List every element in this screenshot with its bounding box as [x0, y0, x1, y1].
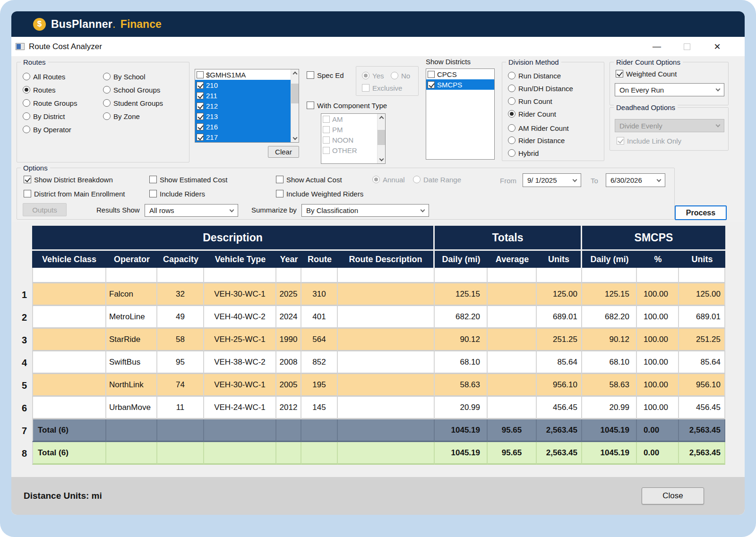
route-list-item[interactable]: 212 — [195, 101, 291, 111]
col-header: Average — [488, 255, 537, 264]
close-button[interactable]: Close — [642, 487, 704, 504]
component-scrollbar[interactable] — [377, 114, 385, 163]
scroll-up-icon[interactable] — [378, 114, 385, 121]
show-district-breakdown-checkbox[interactable]: Show District Breakdown — [24, 175, 113, 184]
outputs-button[interactable]: Outputs — [23, 203, 67, 216]
show-estimated-cost-checkbox[interactable]: Show Estimated Cost — [149, 175, 227, 184]
run-frequency-select[interactable]: On Every Run — [615, 83, 724, 96]
radio-run-count[interactable]: Run Count — [508, 96, 552, 106]
radio-all-routes[interactable]: All Routes — [23, 72, 65, 81]
scroll-down-icon[interactable] — [291, 135, 299, 142]
radio-am-rider-count[interactable]: AM Rider Count — [508, 123, 569, 133]
clear-button[interactable]: Clear — [268, 146, 299, 158]
include-riders-checkbox[interactable]: Include Riders — [149, 189, 205, 198]
cell — [276, 268, 301, 283]
route-list-item[interactable]: 216 — [195, 121, 291, 132]
radio-by-operator[interactable]: By Operator — [23, 125, 71, 134]
scroll-down-icon[interactable] — [378, 156, 385, 163]
include-link-only-checkbox[interactable]: Include Link Only — [617, 136, 681, 145]
radio-by-zone[interactable]: By Zone — [103, 111, 140, 121]
deadhead-divide-select[interactable]: Divide Evenly — [615, 119, 724, 132]
checkbox-icon[interactable] — [197, 134, 204, 141]
from-date-picker[interactable]: 9/ 1/2025 — [523, 173, 581, 187]
district-from-main-enrollment-checkbox[interactable]: District from Main Enrollment — [24, 189, 125, 198]
date-range-radio[interactable]: Date Range — [413, 175, 461, 184]
table-row[interactable]: 8Total (6)1045.1995.652,563.451045.190.0… — [17, 442, 745, 465]
scroll-up-icon[interactable] — [291, 69, 299, 77]
annual-radio[interactable]: Annual — [372, 175, 405, 184]
radio-rider-count[interactable]: Rider Count — [508, 109, 556, 119]
cell: 49 — [157, 306, 204, 329]
scrollbar-thumb[interactable] — [291, 84, 299, 103]
radio-rider-distance[interactable]: Rider Distance — [508, 136, 565, 145]
show-actual-cost-checkbox[interactable]: Show Actual Cost — [276, 175, 342, 184]
component-item[interactable]: NOON — [321, 135, 377, 145]
cell: 100.00 — [637, 283, 679, 306]
component-item[interactable]: AM — [321, 114, 377, 124]
spec-ed-no-radio[interactable]: No — [391, 71, 410, 80]
checkbox-icon[interactable] — [197, 113, 204, 120]
radio-run-dh-distance[interactable]: Run/DH Distance — [508, 84, 573, 93]
row-number — [17, 268, 32, 283]
close-window-button[interactable]: ✕ — [702, 37, 732, 56]
cell: 956.10 — [537, 374, 582, 397]
radio-route-groups[interactable]: Route Groups — [23, 98, 77, 108]
summarize-by-select[interactable]: By Classification — [301, 204, 429, 217]
table-row[interactable]: 4SwiftBus95VEH-38-WC-2200885268.1085.646… — [17, 351, 745, 374]
checkbox-label: District from Main Enrollment — [34, 190, 125, 198]
cell — [338, 351, 435, 374]
scrollbar-track[interactable] — [291, 77, 299, 135]
radio-student-groups[interactable]: Student Groups — [103, 98, 163, 108]
table-row[interactable]: 2MetroLine49VEH-40-WC-22024401682.20689.… — [17, 306, 745, 329]
district-item-smcps[interactable]: SMCPS — [426, 79, 494, 90]
cell: 74 — [157, 374, 204, 397]
checkbox-icon[interactable] — [428, 71, 435, 78]
checkbox-icon[interactable] — [197, 71, 204, 78]
scrollbar-thumb[interactable] — [378, 130, 385, 145]
checkbox-icon[interactable] — [197, 123, 204, 130]
spec-ed-checkbox[interactable]: Spec Ed — [307, 70, 344, 80]
weighted-count-checkbox[interactable]: Weighted Count — [616, 69, 677, 78]
radio-by-district[interactable]: By District — [23, 111, 65, 121]
to-date-picker[interactable]: 6/30/2026 — [606, 173, 665, 187]
radio-routes[interactable]: Routes — [23, 85, 56, 94]
radio-by-school[interactable]: By School — [103, 72, 146, 81]
route-list-item[interactable]: 210 — [195, 80, 291, 90]
component-item[interactable]: PM — [321, 124, 377, 135]
radio-school-groups[interactable]: School Groups — [103, 85, 160, 94]
table-row[interactable]: 3StarRide58VEH-25-WC-1199056490.12251.25… — [17, 329, 745, 351]
minimize-button[interactable]: — — [642, 37, 672, 56]
checkbox-icon[interactable] — [428, 81, 435, 88]
checkbox-icon[interactable] — [197, 102, 204, 110]
routes-scrollbar[interactable] — [291, 69, 299, 142]
radio-run-distance[interactable]: Run Distance — [508, 71, 561, 80]
table-row[interactable] — [17, 268, 745, 283]
spec-ed-yes-radio[interactable]: Yes — [362, 71, 384, 80]
with-component-type-checkbox[interactable]: With Component Type — [307, 101, 387, 110]
radio-hybrid[interactable]: Hybrid — [508, 148, 539, 158]
process-button[interactable]: Process — [675, 205, 727, 220]
cell: 100.00 — [637, 397, 679, 419]
table-row[interactable]: 6UrbanMove11VEH-24-WC-1201214520.99456.4… — [17, 397, 745, 419]
route-list-item[interactable]: $GMHS1MA — [195, 69, 291, 80]
maximize-button[interactable] — [672, 37, 702, 56]
district-item-cpcs[interactable]: CPCS — [426, 69, 494, 79]
scrollbar-track[interactable] — [378, 121, 385, 156]
checkbox-icon — [276, 176, 284, 183]
route-label: 216 — [206, 123, 218, 131]
include-weighted-riders-checkbox[interactable]: Include Weighted Riders — [276, 189, 363, 198]
table-row[interactable]: 5NorthLink74VEH-30-WC-1200519558.63956.1… — [17, 374, 745, 397]
table-group-headers: Description Totals SMCPS — [32, 226, 745, 249]
table-row[interactable]: 7Total (6)1045.1995.652,563.451045.190.0… — [17, 419, 745, 442]
checkbox-icon[interactable] — [197, 82, 204, 89]
route-list-item[interactable]: 211 — [195, 90, 291, 101]
table-row[interactable]: 1Falcon32VEH-30-WC-12025310125.15125.001… — [17, 283, 745, 306]
group-header-smcps: SMCPS — [582, 226, 725, 249]
cell — [488, 397, 537, 419]
route-list-item[interactable]: 217 — [195, 132, 291, 142]
checkbox-icon[interactable] — [197, 92, 204, 99]
exclusive-checkbox[interactable]: Exclusive — [362, 83, 402, 93]
component-item[interactable]: OTHER — [321, 145, 377, 155]
route-list-item[interactable]: 213 — [195, 111, 291, 121]
results-show-select[interactable]: All rows — [145, 204, 238, 217]
